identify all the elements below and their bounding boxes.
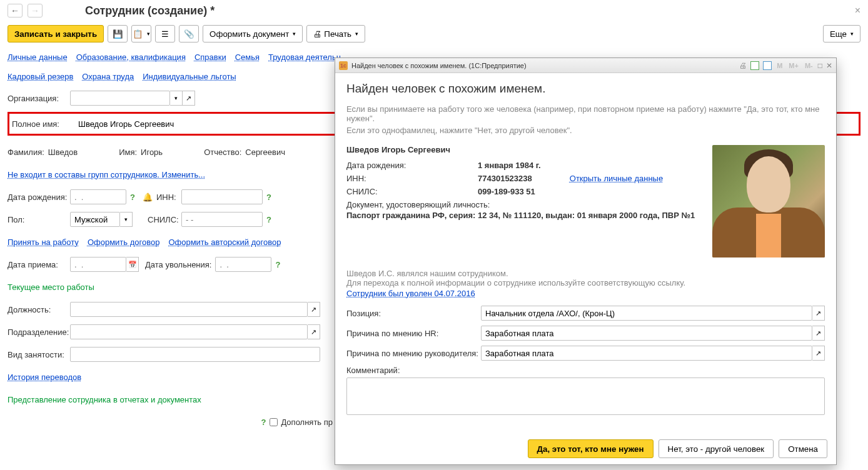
subdivision-input[interactable] — [70, 324, 308, 339]
modal-intro1: Если вы принимаете на работу того же чел… — [346, 104, 825, 123]
tab-reserve[interactable]: Кадровый резерв — [8, 69, 73, 85]
m-position-input[interactable] — [481, 306, 812, 321]
tab-education[interactable]: Образование, квалификация — [76, 50, 186, 66]
m-reason-mgr-ext[interactable]: ↗ — [812, 346, 825, 361]
tab-family[interactable]: Семья — [235, 50, 260, 66]
transfers-link[interactable]: История переводов — [8, 372, 81, 382]
name-value: Игорь — [141, 148, 163, 157]
dob-help-icon[interactable]: ? — [130, 192, 135, 202]
hiredate-cal[interactable]: 📅 — [126, 257, 139, 272]
inn-label: ИНН: — [156, 192, 181, 202]
back-button[interactable]: ← — [8, 4, 23, 18]
tab-refs[interactable]: Справки — [194, 50, 226, 66]
hiredate-input[interactable] — [70, 257, 126, 272]
tab-benefits[interactable]: Индивидуальные льготы — [143, 69, 236, 85]
calendar-green-icon[interactable] — [750, 61, 759, 70]
supplement-help-icon[interactable]: ? — [261, 418, 266, 427]
org-input[interactable] — [70, 91, 170, 106]
supplement-checkbox[interactable] — [270, 418, 278, 426]
more-button[interactable]: Еще▾ — [823, 25, 860, 42]
m-reason-mgr-label: Причина по мнению руководителя: — [346, 349, 481, 358]
sex-label: Пол: — [8, 215, 70, 224]
no-button[interactable]: Нет, это - другой человек — [659, 439, 774, 458]
m-position-ext[interactable]: ↗ — [812, 306, 825, 321]
hiredate-label: Дата приема: — [8, 260, 70, 269]
person-photo — [712, 145, 825, 258]
modal-heading: Найден человек с похожим именем. — [346, 82, 825, 96]
hire-link[interactable]: Принять на работу — [8, 238, 79, 247]
tab-labor[interactable]: Трудовая деятельн — [268, 50, 341, 66]
bell-icon[interactable]: 🔔 — [143, 192, 153, 202]
contract-link[interactable]: Оформить договор — [88, 238, 160, 247]
tab-personal[interactable]: Личные данные — [8, 50, 68, 66]
dob-input[interactable] — [70, 189, 126, 204]
app-logo-icon: 1c — [339, 61, 348, 70]
m-snils-value: 099-189-933 51 — [478, 187, 535, 196]
patronymic-value: Сергеевич — [245, 148, 285, 157]
inn-help-icon[interactable]: ? — [266, 192, 271, 202]
tab-safety[interactable]: Охрана труда — [82, 69, 134, 85]
m-reason-mgr-input[interactable] — [481, 346, 812, 361]
m-doc-value: Паспорт гражданина РФ, серия: 12 34, № 1… — [346, 211, 704, 220]
inn-input[interactable] — [181, 189, 263, 204]
print-button[interactable]: 🖨 Печать▾ — [306, 25, 365, 42]
forward-button[interactable]: → — [28, 4, 43, 18]
open-personal-link[interactable]: Открыть личные данные — [570, 174, 663, 183]
print-icon[interactable]: 🖨 — [739, 61, 747, 70]
firedate-input[interactable] — [215, 257, 271, 272]
format-doc-button[interactable]: Оформить документ▾ — [203, 25, 303, 42]
save-icon-button[interactable]: 💾 — [108, 25, 128, 42]
firedate-help-icon[interactable]: ? — [275, 260, 280, 269]
supplement-label: Дополнять пр — [281, 418, 333, 427]
subdivision-label: Подразделение: — [8, 328, 70, 337]
sex-input[interactable] — [70, 212, 120, 227]
close-icon[interactable]: × — [855, 5, 860, 16]
modal-maximize-icon[interactable]: □ — [818, 61, 822, 70]
m-dob-value: 1 января 1984 г. — [478, 161, 541, 170]
org-external[interactable]: ↗ — [183, 91, 195, 106]
groups-link[interactable]: Не входит в составы групп сотрудников. И… — [8, 170, 205, 179]
m-comment-input[interactable] — [346, 378, 825, 415]
snils-label: СНИЛС: — [148, 215, 181, 224]
author-link[interactable]: Оформить авторский договор — [168, 238, 281, 247]
m-comment-label: Комментарий: — [346, 366, 825, 375]
m-reason-hr-ext[interactable]: ↗ — [812, 326, 825, 341]
modal-close-icon[interactable]: ✕ — [826, 61, 832, 70]
m-dob-label: Дата рождения: — [346, 161, 478, 170]
yes-button[interactable]: Да, это тот, кто мне нужен — [528, 439, 654, 458]
subdivision-external[interactable]: ↗ — [308, 324, 320, 339]
calc-mminus-button[interactable]: M- — [805, 62, 813, 69]
surname-value: Шведов — [48, 148, 78, 157]
m-inn-label: ИНН: — [346, 174, 478, 183]
snils-help-icon[interactable]: ? — [266, 215, 271, 224]
dob-label: Дата рождения: — [8, 192, 70, 202]
org-dropdown[interactable]: ▾ — [170, 91, 183, 106]
m-position-label: Позиция: — [346, 309, 481, 318]
cancel-button[interactable]: Отмена — [779, 439, 827, 458]
name-label: Имя: — [119, 148, 137, 157]
calc-m-button[interactable]: M — [777, 62, 782, 69]
calendar-blue-icon[interactable] — [763, 61, 772, 70]
m-reason-hr-input[interactable] — [481, 326, 812, 341]
position-external[interactable]: ↗ — [308, 302, 320, 317]
modal-intro2: Если это однофамилец, нажмите "Нет, это … — [346, 126, 825, 135]
emptype-input[interactable] — [70, 347, 320, 362]
list-button[interactable]: ☰ — [155, 25, 175, 42]
duplicate-person-modal: 1c Найден человек с похожим именем. (1С:… — [335, 58, 837, 465]
position-label: Должность: — [8, 305, 70, 314]
save-close-button[interactable]: Записать и закрыть — [8, 25, 104, 42]
attach-button[interactable]: 📎 — [179, 25, 199, 42]
snils-input[interactable] — [181, 212, 263, 227]
fired-link[interactable]: Сотрудник был уволен 04.07.2016 — [346, 289, 475, 298]
surname-label: Фамилия: — [8, 148, 44, 157]
emptype-label: Вид занятости: — [8, 350, 70, 359]
calc-mplus-button[interactable]: M+ — [789, 62, 799, 69]
sex-dropdown[interactable]: ▾ — [120, 212, 133, 227]
current-job-heading: Текущее место работы — [8, 282, 94, 292]
m-inn-value: 774301523238 — [478, 174, 532, 183]
patronymic-label: Отчество: — [204, 148, 241, 157]
m-reason-hr-label: Причина по мнению HR: — [346, 329, 481, 338]
copy-button[interactable]: 📋▾ — [131, 25, 151, 42]
position-input[interactable] — [70, 302, 308, 317]
org-label: Организация: — [8, 94, 70, 103]
